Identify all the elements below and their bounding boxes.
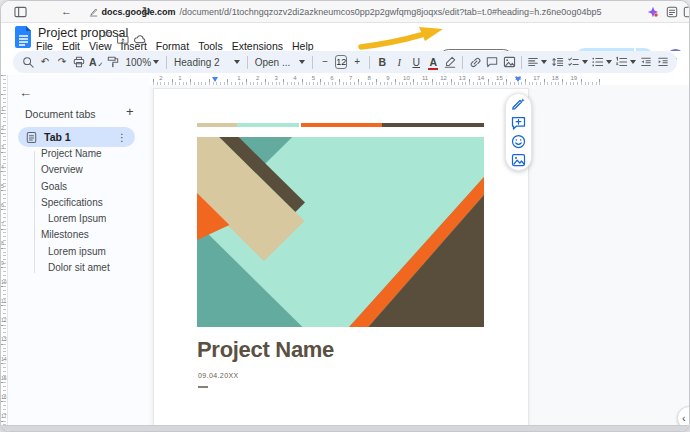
font-size-input[interactable]: 12 <box>335 55 347 69</box>
ruler-number: 1 <box>178 75 181 81</box>
outline-item[interactable]: Specifications <box>8 195 149 211</box>
decrease-font-icon[interactable]: − <box>318 53 332 71</box>
highlight-button[interactable] <box>443 53 457 71</box>
right-indent-marker[interactable] <box>515 77 521 82</box>
reader-mode-icon[interactable] <box>666 6 678 20</box>
help-me-write-icon[interactable] <box>511 97 526 116</box>
url-path: /document/d/1tochngqzozv2di2azkneumcos0p… <box>180 7 602 17</box>
ruler-number: 16 <box>1 394 7 400</box>
ruler-number: 2 <box>1 125 4 131</box>
tab-item-selected[interactable]: Tab 1 ⋮ <box>18 127 135 147</box>
numbered-list-button[interactable] <box>615 53 636 71</box>
tab-doc-icon <box>26 131 37 144</box>
ruler-number: 4 <box>293 75 296 81</box>
ruler-number: 9 <box>1 260 4 266</box>
line-spacing-button[interactable] <box>550 53 564 71</box>
increase-font-icon[interactable]: + <box>350 53 364 71</box>
text-color-button[interactable]: A <box>429 56 437 68</box>
add-comment-icon[interactable] <box>485 53 499 71</box>
outline-item[interactable]: Project Name <box>8 146 149 162</box>
ruler-number: 11 <box>1 298 6 304</box>
paragraph-style-select[interactable]: Heading 2 <box>172 53 242 71</box>
ruler-number: 14 <box>477 75 484 81</box>
ruler-number: 6 <box>330 75 333 81</box>
ruler-number: 11 <box>422 75 428 81</box>
ruler-number: 5 <box>312 75 315 81</box>
ruler-number: 13 <box>1 336 7 342</box>
ruler-number: 3 <box>275 75 278 81</box>
spellcheck-icon[interactable]: A ✓ <box>89 53 103 71</box>
insert-link-icon[interactable] <box>468 53 482 71</box>
tab-options-icon[interactable]: ⋮ <box>117 132 127 143</box>
add-tab-button[interactable]: + <box>126 104 134 119</box>
insert-image-icon[interactable] <box>502 53 516 71</box>
add-emoji-icon[interactable] <box>511 134 526 153</box>
split-view-icon[interactable] <box>683 6 690 20</box>
left-indent-marker[interactable] <box>212 77 218 82</box>
ruler-number: 10 <box>403 75 410 81</box>
add-image-fab-icon[interactable] <box>511 153 526 171</box>
outline-item[interactable]: Lorem ipsum <box>8 244 149 260</box>
clear-formatting-button[interactable] <box>673 53 677 71</box>
ruler-number: 7 <box>1 221 4 227</box>
outline-item[interactable]: Milestones <box>8 227 149 243</box>
page-tools-icon <box>89 8 98 17</box>
ruler-number: 5 <box>1 183 4 189</box>
ruler-number: 1 <box>1 106 4 112</box>
outline-item[interactable]: Goals <box>8 179 149 195</box>
zoom-select[interactable]: 100% <box>123 53 161 71</box>
ruler-number: 1 <box>237 75 240 81</box>
font-family-select[interactable]: Open ... <box>253 53 308 71</box>
paint-format-icon[interactable] <box>106 53 120 71</box>
ruler-number: 4 <box>1 164 4 170</box>
ruler-number: 12 <box>1 317 7 323</box>
horizontal-ruler[interactable]: 2112345678910111213141516171819 <box>149 75 690 85</box>
align-button[interactable] <box>527 53 547 71</box>
ruler-number: 10 <box>1 279 7 285</box>
format-toolbar: ↶ ↷ A ✓ 100% Heading 2 Open ... − 12 + B… <box>1 51 689 75</box>
google-docs-logo[interactable] <box>15 26 32 52</box>
ruler-number: 7 <box>349 75 352 81</box>
add-comment-fab-icon[interactable] <box>511 116 526 134</box>
outline-item[interactable]: Overview <box>8 162 149 178</box>
redo-icon[interactable]: ↷ <box>55 53 69 71</box>
ruler-number: 9 <box>386 75 389 81</box>
increase-indent-button[interactable] <box>656 53 670 71</box>
cover-image[interactable] <box>197 137 484 327</box>
underline-button[interactable]: U <box>409 53 423 71</box>
ruler-number: 18 <box>552 75 559 81</box>
decrease-indent-button[interactable] <box>639 53 653 71</box>
bulleted-list-button[interactable] <box>591 53 612 71</box>
docs-header: Project proposal ☆ FileEditViewInsertFor… <box>1 23 689 51</box>
document-page[interactable]: Project Name 09.04.20XX <box>153 88 529 427</box>
print-icon[interactable] <box>72 53 86 71</box>
bold-button[interactable]: B <box>375 53 389 71</box>
doc-date[interactable]: 09.04.20XX <box>198 372 239 379</box>
document-outline: Project NameOverviewGoalsSpecificationsL… <box>8 146 149 276</box>
tab-label: Tab 1 <box>44 131 110 143</box>
ruler-number: 17 <box>533 75 540 81</box>
extension-icon[interactable] <box>647 6 659 20</box>
url-bar[interactable]: docs.google.com/document/d/1tochngqzozv2… <box>1 1 689 23</box>
floating-action-toolbar <box>505 93 532 171</box>
checklist-button[interactable] <box>567 53 588 71</box>
search-menus-icon[interactable] <box>21 53 35 71</box>
ruler-number: 8 <box>368 75 371 81</box>
panel-title: Document tabs <box>25 108 96 120</box>
close-panel-arrow[interactable]: ← <box>19 85 32 100</box>
ruler-number: 15 <box>496 75 503 81</box>
vertical-ruler[interactable]: 1234567891011121314151617 <box>1 75 8 425</box>
ruler-number: 17 <box>1 413 7 419</box>
italic-button[interactable]: I <box>392 53 406 71</box>
toolbar-pill: ↶ ↷ A ✓ 100% Heading 2 Open ... − 12 + B… <box>13 51 677 73</box>
outline-item[interactable]: Dolor sit amet <box>8 260 149 276</box>
outline-item[interactable]: Lorem Ipsum <box>8 211 149 227</box>
document-tabs-panel: ← Document tabs + Tab 1 ⋮ Project NameOv… <box>8 75 149 425</box>
document-title[interactable]: Project proposal <box>38 26 128 40</box>
ruler-number: 2 <box>159 75 162 81</box>
undo-icon[interactable]: ↶ <box>38 53 52 71</box>
doc-heading[interactable]: Project Name <box>197 337 334 363</box>
window-bottom-edge <box>1 425 689 431</box>
star-icon[interactable]: ☆ <box>102 28 112 39</box>
ruler-number: 15 <box>1 375 7 381</box>
